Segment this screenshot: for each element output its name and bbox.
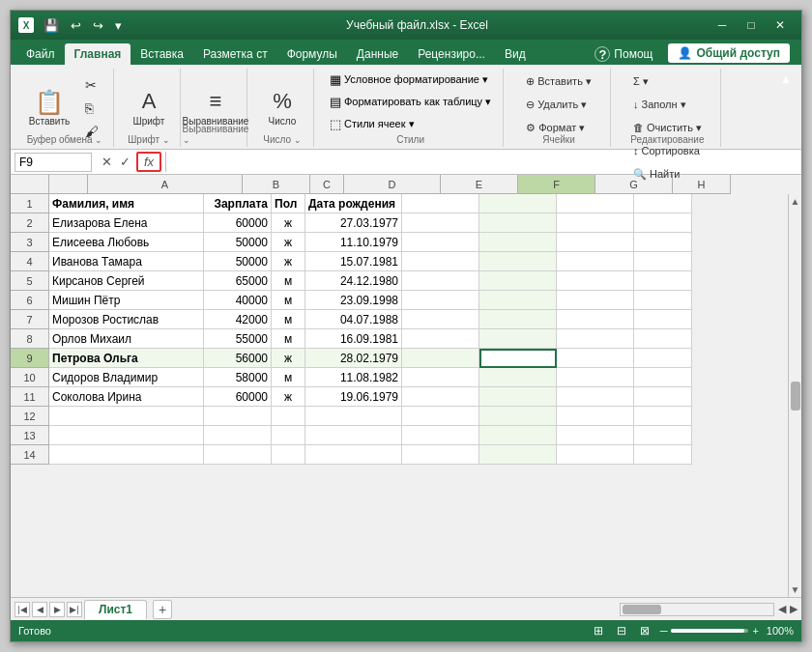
cell-d10[interactable]: 11.08.1982 (305, 368, 402, 387)
cell-h14[interactable] (634, 445, 692, 465)
restore-button[interactable]: □ (738, 15, 765, 35)
cell-e9[interactable] (402, 349, 479, 368)
scroll-left-arrow[interactable]: ◀ (778, 603, 786, 615)
cell-g5[interactable] (557, 271, 634, 291)
cell-b6[interactable]: 40000 (204, 291, 272, 310)
cell-c14[interactable] (272, 445, 305, 465)
cell-d5[interactable]: 24.12.1980 (305, 271, 402, 291)
tab-home[interactable]: Главная (65, 43, 131, 65)
cell-b4[interactable]: 50000 (204, 252, 272, 271)
cell-f1[interactable] (479, 194, 557, 213)
row-header-7[interactable]: 7 (11, 310, 49, 329)
cell-a11[interactable]: Соколова Ирина (49, 387, 204, 407)
zoom-slider[interactable]: ─ + (660, 625, 759, 637)
cell-a2[interactable]: Елизарова Елена (49, 213, 204, 233)
tab-review[interactable]: Рецензиро... (408, 43, 495, 65)
cell-a14[interactable] (49, 445, 204, 465)
add-sheet-button[interactable]: + (153, 600, 172, 619)
cell-c9[interactable]: ж (272, 349, 305, 368)
format-as-table-button[interactable]: ▤ Форматировать как таблицу ▾ (326, 93, 495, 111)
row-header-4[interactable]: 4 (11, 252, 49, 271)
tab-insert[interactable]: Вставка (130, 43, 193, 65)
cell-c3[interactable]: ж (272, 233, 305, 252)
cell-h5[interactable] (634, 271, 692, 291)
cell-b11[interactable]: 60000 (204, 387, 272, 407)
cell-a12[interactable] (49, 407, 204, 426)
cell-g12[interactable] (557, 407, 634, 426)
cell-b9[interactable]: 56000 (204, 349, 272, 368)
confirm-formula-button[interactable]: ✓ (118, 153, 132, 171)
cell-d11[interactable]: 19.06.1979 (305, 387, 402, 407)
tab-file[interactable]: Файл (16, 43, 65, 65)
row-header-14[interactable]: 14 (11, 445, 49, 465)
cell-d1[interactable]: Дата рождения (305, 194, 402, 213)
cell-h11[interactable] (634, 387, 692, 407)
cell-c12[interactable] (272, 407, 305, 426)
cell-f2[interactable] (479, 213, 557, 233)
cell-g11[interactable] (557, 387, 634, 407)
cell-a1[interactable]: Фамилия, имя (49, 194, 204, 213)
cell-h9[interactable] (634, 349, 692, 368)
cell-f9[interactable] (479, 349, 557, 368)
cell-h13[interactable] (634, 426, 692, 445)
copy-button[interactable]: ⎘ (78, 98, 105, 119)
cell-e10[interactable] (402, 368, 479, 387)
row-header-13[interactable]: 13 (11, 426, 49, 445)
save-button[interactable]: 💾 (40, 17, 63, 34)
cell-a5[interactable]: Кирсанов Сергей (49, 271, 204, 291)
row-header-12[interactable]: 12 (11, 407, 49, 426)
ribbon-collapse[interactable]: ▲ (776, 69, 796, 147)
cell-b13[interactable] (204, 426, 272, 445)
close-button[interactable]: ✕ (767, 15, 794, 35)
insert-cells-button[interactable]: ⊕ Вставить ▾ (519, 71, 598, 92)
cell-e13[interactable] (402, 426, 479, 445)
cell-h2[interactable] (634, 213, 692, 233)
cell-g9[interactable] (557, 349, 634, 368)
cell-g7[interactable] (557, 310, 634, 329)
tab-nav-prev[interactable]: ◀ (32, 602, 47, 617)
cell-e7[interactable] (402, 310, 479, 329)
cell-g14[interactable] (557, 445, 634, 465)
redo-button[interactable]: ↪ (89, 17, 107, 34)
cell-b1[interactable]: Зарплата (204, 194, 272, 213)
cell-e3[interactable] (402, 233, 479, 252)
cell-h12[interactable] (634, 407, 692, 426)
page-break-preview-button[interactable]: ⊠ (637, 623, 652, 638)
col-header-a[interactable]: A (88, 175, 243, 194)
tab-nav-last[interactable]: ▶| (67, 602, 82, 617)
zoom-out-icon[interactable]: ─ (660, 625, 668, 637)
cell-b7[interactable]: 42000 (204, 310, 272, 329)
cell-a3[interactable]: Елисеева Любовь (49, 233, 204, 252)
cell-b8[interactable]: 55000 (204, 329, 272, 349)
name-box[interactable]: F9 (14, 153, 92, 172)
fill-button[interactable]: ↓ Заполн ▾ (626, 94, 709, 115)
cell-b5[interactable]: 65000 (204, 271, 272, 291)
cell-c11[interactable]: ж (272, 387, 305, 407)
cell-f11[interactable] (479, 387, 557, 407)
tab-pagelayout[interactable]: Разметка ст (193, 43, 277, 65)
cell-c13[interactable] (272, 426, 305, 445)
cell-b2[interactable]: 60000 (204, 213, 272, 233)
h-scroll-thumb[interactable] (623, 605, 661, 614)
insert-function-button[interactable]: fx (136, 152, 161, 172)
cell-styles-button[interactable]: ⬚ Стили ячеек ▾ (326, 115, 419, 133)
cell-c8[interactable]: м (272, 329, 305, 349)
scroll-down-arrow[interactable]: ▼ (791, 584, 800, 595)
tab-nav-first[interactable]: |◀ (14, 602, 30, 617)
cell-f7[interactable] (479, 310, 557, 329)
cell-g6[interactable] (557, 291, 634, 310)
zoom-in-icon[interactable]: + (752, 625, 758, 637)
cell-d6[interactable]: 23.09.1998 (305, 291, 402, 310)
cancel-formula-button[interactable]: ✕ (100, 153, 114, 171)
cell-e11[interactable] (402, 387, 479, 407)
cell-a13[interactable] (49, 426, 204, 445)
cell-g3[interactable] (557, 233, 634, 252)
cell-e8[interactable] (402, 329, 479, 349)
cell-f5[interactable] (479, 271, 557, 291)
cell-g4[interactable] (557, 252, 634, 271)
cell-c10[interactable]: м (272, 368, 305, 387)
page-layout-button[interactable]: ⊟ (614, 623, 629, 638)
col-header-f[interactable]: F (518, 175, 595, 194)
cell-f3[interactable] (479, 233, 557, 252)
cell-h1[interactable] (634, 194, 692, 213)
